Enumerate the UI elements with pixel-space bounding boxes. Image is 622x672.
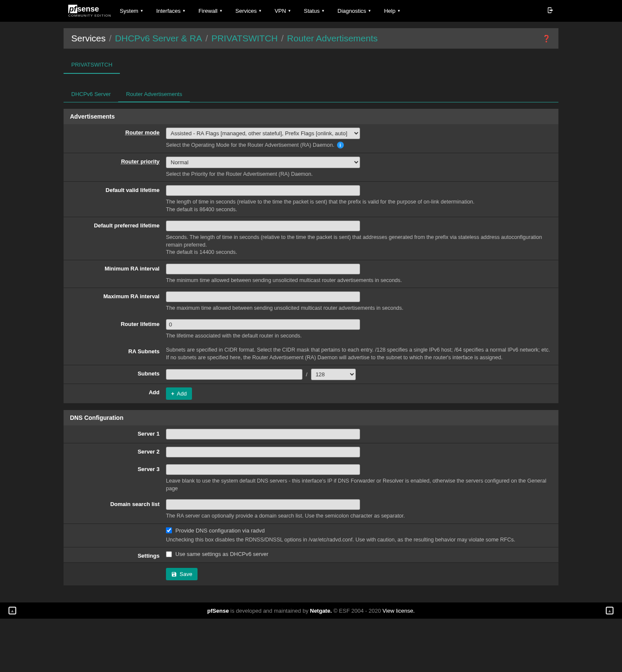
breadcrumb-current[interactable]: Router Advertisements — [287, 33, 378, 44]
nav-status[interactable]: Status▼ — [304, 8, 325, 14]
panel-title-dns: DNS Configuration — [64, 410, 558, 425]
input-domain-search[interactable] — [166, 499, 360, 510]
nav-diagnostics[interactable]: Diagnostics▼ — [337, 8, 371, 14]
help-radvd: Unchecking this box disables the RDNSS/D… — [166, 536, 554, 544]
label-router-mode: Router mode — [68, 128, 166, 149]
help-router-lifetime: The lifetime associated with the default… — [166, 332, 554, 340]
help-domain-search: The RA server can optionally provide a d… — [166, 512, 554, 520]
input-subnet[interactable] — [166, 369, 302, 380]
subnet-separator: / — [306, 371, 308, 378]
input-router-lifetime[interactable] — [166, 319, 360, 330]
logout-icon — [547, 7, 554, 14]
help-router-mode: Select the Operating Mode for the Router… — [166, 142, 334, 148]
view-license-link[interactable]: View license. — [383, 608, 415, 614]
tab-dhcpv6-server[interactable]: DHCPv6 Server — [64, 87, 118, 102]
label-router-lifetime: Router lifetime — [68, 319, 166, 340]
label-subnets: Subnets — [68, 369, 166, 380]
breadcrumb: Services / DHCPv6 Server & RA / PRIVATSW… — [64, 28, 558, 49]
nav-services[interactable]: Services▼ — [235, 8, 262, 14]
label-server2: Server 2 — [68, 447, 166, 457]
logo-pf: pf — [68, 5, 77, 13]
footer-text: pfSense is developed and maintained by N… — [207, 608, 415, 614]
help-icon[interactable]: ❓ — [542, 35, 551, 43]
label-max-ra: Maximum RA interval — [68, 291, 166, 312]
input-server1[interactable] — [166, 429, 360, 439]
label-server1: Server 1 — [68, 429, 166, 439]
panel-title-advertisements: Advertisements — [64, 109, 558, 124]
tabs-subpage: DHCPv6 Server Router Advertisements — [64, 87, 558, 102]
select-router-priority[interactable]: Normal — [166, 157, 360, 168]
label-default-valid: Default valid lifetime — [68, 185, 166, 213]
info-icon[interactable]: i — [337, 142, 344, 148]
scroll-top-left[interactable]: ▲ — [9, 607, 16, 614]
help-router-priority: Select the Priority for the Router Adver… — [166, 171, 554, 178]
label-ra-subnets: RA Subnets — [68, 346, 166, 361]
label-domain-search: Domain search list — [68, 499, 166, 520]
logo[interactable]: pfsense COMMUNITY EDITION — [68, 5, 111, 17]
breadcrumb-link2[interactable]: PRIVATSWITCH — [211, 33, 278, 44]
help-default-pref: Seconds. The length of time in seconds (… — [166, 234, 554, 256]
select-subnet-mask[interactable]: 128 — [311, 369, 356, 380]
help-default-valid: The length of time in seconds (relative … — [166, 198, 554, 213]
select-router-mode[interactable]: Assisted - RA Flags [managed, other stat… — [166, 128, 360, 139]
add-button[interactable]: +Add — [166, 387, 192, 400]
label-default-pref: Default preferred lifetime — [68, 221, 166, 256]
help-min-ra: The minimum time allowed between sending… — [166, 277, 554, 285]
help-ra-subnets: Subnets are specified in CIDR format. Se… — [166, 346, 554, 361]
input-server3[interactable] — [166, 464, 360, 475]
checkbox-radvd[interactable] — [166, 527, 172, 533]
input-default-valid[interactable] — [166, 185, 360, 196]
tab-privatswitch[interactable]: PRIVATSWITCH — [64, 56, 120, 74]
label-router-priority: Router priority — [68, 157, 166, 178]
nav-vpn[interactable]: VPN▼ — [275, 8, 291, 14]
navbar: pfsense COMMUNITY EDITION System▼ Interf… — [0, 0, 622, 22]
tab-router-advertisements[interactable]: Router Advertisements — [118, 87, 190, 102]
label-server3: Server 3 — [68, 464, 166, 492]
nav-system[interactable]: System▼ — [120, 8, 143, 14]
footer: ▲ pfSense is developed and maintained by… — [0, 602, 622, 619]
scroll-top-right[interactable]: ▲ — [606, 607, 613, 614]
checkbox-same-settings[interactable] — [166, 551, 172, 557]
breadcrumb-root[interactable]: Services — [71, 33, 106, 44]
plus-icon: + — [171, 390, 174, 397]
help-server3: Leave blank to use the system default DN… — [166, 477, 554, 492]
input-max-ra[interactable] — [166, 291, 360, 302]
input-min-ra[interactable] — [166, 264, 360, 274]
label-min-ra: Minimum RA interval — [68, 264, 166, 285]
input-server2[interactable] — [166, 447, 360, 457]
input-default-pref[interactable] — [166, 221, 360, 231]
tabs-interface: PRIVATSWITCH — [64, 56, 558, 74]
label-settings: Settings — [68, 551, 166, 559]
label-checkbox-radvd: Provide DNS configuration via radvd — [175, 527, 265, 534]
logo-subtitle: COMMUNITY EDITION — [68, 14, 111, 17]
save-icon — [171, 571, 177, 577]
panel-advertisements: Advertisements Router mode Assisted - RA… — [64, 109, 558, 404]
nav-firewall[interactable]: Firewall▼ — [198, 8, 223, 14]
logo-sense: sense — [77, 5, 99, 13]
label-add: Add — [68, 387, 166, 400]
label-checkbox-same-settings: Use same settings as DHCPv6 server — [175, 551, 268, 557]
panel-dns: DNS Configuration Server 1 Server 2 Serv… — [64, 410, 558, 585]
save-button[interactable]: Save — [166, 568, 198, 580]
help-max-ra: The maximum time allowed between sending… — [166, 305, 554, 312]
nav-interfaces[interactable]: Interfaces▼ — [156, 8, 186, 14]
breadcrumb-link1[interactable]: DHCPv6 Server & RA — [115, 33, 202, 44]
nav-help[interactable]: Help▼ — [384, 8, 401, 14]
logout-button[interactable] — [547, 7, 554, 15]
